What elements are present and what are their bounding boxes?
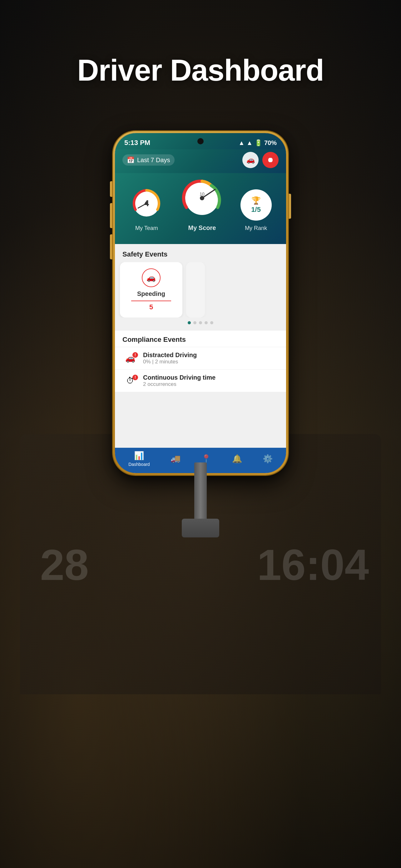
dot-3 — [199, 321, 202, 324]
nav-dashboard-label: Dashboard — [128, 462, 150, 467]
nav-truck[interactable]: 🚚 — [170, 454, 180, 464]
power-button[interactable] — [289, 194, 291, 219]
date-filter[interactable]: 📅 Last 7 Days — [123, 154, 175, 165]
rank-value: 1/5 — [251, 206, 261, 214]
my-score: 10 My Score — [180, 176, 224, 231]
safety-events-list: 🚗 Speeding 5 — [115, 262, 286, 317]
continuous-driving-icon: ⏱ ! — [123, 375, 138, 387]
battery-icon: 🔋 — [255, 139, 262, 147]
partial-card — [186, 262, 205, 317]
team-gauge: 4 — [129, 186, 164, 221]
phone-screen: 5:13 PM ▲ ▲ 🔋 70% 📅 Last 7 Days — [115, 133, 286, 473]
my-team-score: 4 My Team — [129, 186, 164, 231]
speeding-icon: 🚗 — [142, 269, 161, 287]
dot-2 — [193, 321, 196, 324]
dash-number-left: 28 — [40, 539, 89, 590]
continuous-driving-name: Continuous Driving time — [143, 374, 278, 381]
volume-up-button[interactable] — [110, 181, 112, 197]
team-score-value: 4 — [144, 198, 149, 208]
calendar-icon: 📅 — [127, 156, 135, 164]
svg-point-5 — [200, 196, 204, 200]
distracted-driving-detail: 0% | 2 minutes — [143, 359, 278, 365]
distracted-driving-icon: 🚗 ! — [123, 352, 138, 365]
car-icon: 🚗 — [246, 156, 255, 164]
wifi-icon: ▲ — [238, 140, 244, 147]
warning-badge-2: ! — [132, 375, 138, 380]
dot-5 — [210, 321, 213, 324]
date-filter-label: Last 7 Days — [137, 157, 170, 164]
continuous-driving-item[interactable]: ⏱ ! Continuous Driving time 2 occurrence… — [115, 369, 286, 392]
battery-percent: 70% — [264, 140, 277, 147]
gear-icon: ⚙️ — [263, 454, 273, 464]
score-section: 4 My Team — [115, 173, 286, 244]
camera-notch — [197, 138, 204, 144]
main-gauge: 10 — [180, 176, 224, 220]
dot-4 — [205, 321, 208, 324]
mount-clamp — [182, 519, 219, 537]
camera-button[interactable] — [110, 234, 112, 259]
signal-icon: ▲ — [246, 140, 253, 147]
warning-badge-1: ! — [132, 352, 138, 358]
status-time: 5:13 PM — [124, 139, 150, 147]
team-score-label: My Team — [135, 225, 158, 231]
nav-bell[interactable]: 🔔 — [232, 454, 242, 464]
speeding-label: Speeding — [137, 290, 165, 298]
car-button[interactable]: 🚗 — [242, 152, 259, 168]
mount-arm — [194, 462, 207, 525]
carousel-dots — [115, 317, 286, 328]
nav-settings[interactable]: ⚙️ — [263, 454, 273, 464]
volume-down-button[interactable] — [110, 203, 112, 228]
content-area: Safety Events 🚗 Speeding 5 — [115, 244, 286, 448]
app-header: 📅 Last 7 Days 🚗 ⏺ — [115, 149, 286, 173]
record-icon: ⏺ — [267, 156, 274, 164]
continuous-driving-info: Continuous Driving time 2 occurrences — [143, 374, 278, 388]
compliance-header: Compliance Events — [115, 331, 286, 347]
trophy-icon: 🏆 — [252, 196, 261, 205]
speeding-card[interactable]: 🚗 Speeding 5 — [120, 262, 182, 317]
scene: 28 16:04 Driver Dashboard 5:13 PM ▲ ▲ — [0, 0, 401, 868]
compliance-section: Compliance Events 🚗 ! Distracted Driving… — [115, 331, 286, 392]
my-rank: 🏆 1/5 My Rank — [240, 189, 272, 231]
nav-dashboard[interactable]: 📊 Dashboard — [128, 451, 150, 467]
rank-circle: 🏆 1/5 — [240, 189, 272, 221]
record-button[interactable]: ⏺ — [262, 152, 278, 168]
bell-icon: 🔔 — [232, 454, 242, 464]
status-icons: ▲ ▲ 🔋 70% — [238, 139, 277, 147]
phone-inner: 5:13 PM ▲ ▲ 🔋 70% 📅 Last 7 Days — [115, 133, 286, 473]
header-actions: 🚗 ⏺ — [242, 152, 278, 168]
phone-wrapper: 5:13 PM ▲ ▲ 🔋 70% 📅 Last 7 Days — [113, 131, 288, 475]
distracted-driving-name: Distracted Driving — [143, 351, 278, 359]
rank-label: My Rank — [245, 225, 267, 231]
dot-1 — [188, 321, 191, 324]
safety-events-header: Safety Events — [115, 244, 286, 262]
continuous-driving-detail: 2 occurrences — [143, 381, 278, 388]
chart-icon: 📊 — [134, 451, 144, 461]
phone-outer: 5:13 PM ▲ ▲ 🔋 70% 📅 Last 7 Days — [113, 131, 288, 475]
speeding-count: 5 — [131, 301, 171, 311]
distracted-driving-info: Distracted Driving 0% | 2 minutes — [143, 351, 278, 365]
my-score-label: My Score — [188, 224, 216, 231]
truck-map-icon: 🚚 — [170, 454, 180, 464]
dash-number-right: 16:04 — [257, 539, 369, 590]
distracted-driving-item[interactable]: 🚗 ! Distracted Driving 0% | 2 minutes — [115, 347, 286, 369]
page-title: Driver Dashboard — [0, 53, 401, 88]
svg-text:10: 10 — [200, 191, 205, 196]
